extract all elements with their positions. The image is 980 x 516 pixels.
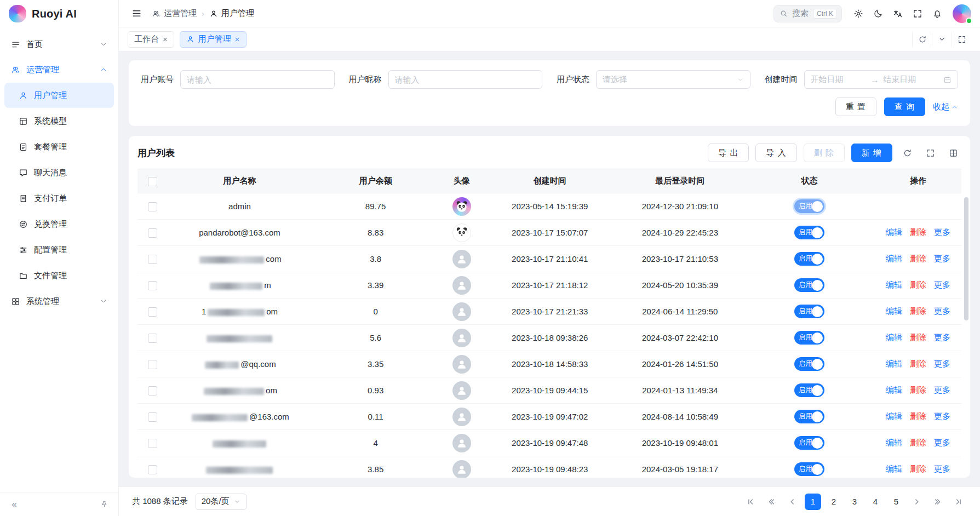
sidebar-item-config[interactable]: 配置管理 <box>4 237 114 262</box>
delete-link[interactable]: 删除 <box>910 306 926 316</box>
edit-link[interactable]: 编辑 <box>886 227 902 237</box>
more-link[interactable]: 更多 <box>934 385 950 394</box>
edit-link[interactable]: 编辑 <box>886 359 902 368</box>
row-checkbox[interactable] <box>148 386 157 395</box>
last-page-button[interactable] <box>950 494 967 510</box>
page-2-button[interactable]: 2 <box>826 494 842 510</box>
moon-icon[interactable] <box>869 5 887 22</box>
refresh-tab-icon[interactable] <box>912 32 932 47</box>
date-range-picker[interactable]: 开始日期 → 结束日期 <box>804 70 959 89</box>
more-link[interactable]: 更多 <box>934 254 950 263</box>
page-5-button[interactable]: 5 <box>888 494 904 510</box>
status-switch[interactable]: 启用 <box>794 252 824 266</box>
breadcrumb-operations[interactable]: 运营管理 <box>152 8 197 19</box>
more-link[interactable]: 更多 <box>934 306 950 316</box>
edit-link[interactable]: 编辑 <box>886 280 902 289</box>
user-avatar[interactable] <box>953 4 971 23</box>
row-checkbox[interactable] <box>148 255 157 264</box>
column-header[interactable]: 操作 <box>875 169 961 193</box>
row-checkbox[interactable] <box>148 307 157 317</box>
logo[interactable]: Ruoyi AI <box>0 0 118 27</box>
delete-link[interactable]: 删除 <box>910 438 926 447</box>
table-scrollbar[interactable] <box>964 197 968 320</box>
column-header[interactable]: 最后登录时间 <box>616 169 744 193</box>
delete-link[interactable]: 删除 <box>910 411 926 421</box>
edit-link[interactable]: 编辑 <box>886 306 902 316</box>
sidebar-item-chat[interactable]: 聊天消息 <box>4 160 114 185</box>
tab-user-management[interactable]: 用户管理 × <box>180 31 247 48</box>
collapse-filter-link[interactable]: 收起 <box>933 102 958 112</box>
sidebar-item-package[interactable]: 套餐管理 <box>4 134 114 159</box>
sidebar-item-operations[interactable]: 运营管理 <box>4 57 114 82</box>
delete-link[interactable]: 删除 <box>910 227 926 237</box>
more-link[interactable]: 更多 <box>934 464 950 473</box>
delete-link[interactable]: 删除 <box>910 385 926 394</box>
column-header[interactable]: 状态 <box>744 169 875 193</box>
export-button[interactable]: 导 出 <box>708 144 749 162</box>
row-checkbox[interactable] <box>148 412 157 422</box>
more-link[interactable]: 更多 <box>934 332 950 342</box>
fullscreen-icon[interactable] <box>909 5 926 22</box>
reset-button[interactable]: 重 置 <box>835 98 876 116</box>
status-switch[interactable]: 启用 <box>794 199 824 213</box>
more-link[interactable]: 更多 <box>934 359 950 368</box>
next-page-button[interactable] <box>909 494 925 510</box>
row-checkbox[interactable] <box>148 202 157 211</box>
first-page-button[interactable] <box>742 494 759 510</box>
more-link[interactable]: 更多 <box>934 411 950 421</box>
column-settings-icon[interactable] <box>945 145 961 161</box>
delete-link[interactable]: 删除 <box>910 280 926 289</box>
row-checkbox[interactable] <box>148 439 157 448</box>
page-4-button[interactable]: 4 <box>867 494 884 510</box>
delete-link[interactable]: 删除 <box>910 254 926 263</box>
status-switch[interactable]: 启用 <box>794 278 824 292</box>
row-checkbox[interactable] <box>148 465 157 474</box>
sidebar-item-model[interactable]: 系统模型 <box>4 108 114 134</box>
collapse-sidebar-button[interactable]: « <box>8 498 21 511</box>
prev-5-pages-button[interactable] <box>763 494 780 510</box>
row-checkbox[interactable] <box>148 334 157 343</box>
status-switch[interactable]: 启用 <box>794 436 824 450</box>
status-switch[interactable]: 启用 <box>794 305 824 318</box>
status-switch[interactable]: 启用 <box>794 410 824 423</box>
row-checkbox[interactable] <box>148 228 157 238</box>
delete-link[interactable]: 删除 <box>910 332 926 342</box>
delete-link[interactable]: 删除 <box>910 359 926 368</box>
edit-link[interactable]: 编辑 <box>886 438 902 447</box>
column-header[interactable]: 头像 <box>440 169 484 193</box>
row-checkbox[interactable] <box>148 281 157 290</box>
nickname-input[interactable] <box>388 70 543 89</box>
next-5-pages-button[interactable] <box>930 494 946 510</box>
column-header[interactable]: 用户名称 <box>168 169 312 193</box>
sidebar-item-home[interactable]: 首页 <box>4 32 114 57</box>
prev-page-button[interactable] <box>784 494 800 510</box>
page-1-button[interactable]: 1 <box>805 494 821 510</box>
sidebar-item-exchange[interactable]: 兑换管理 <box>4 211 114 237</box>
edit-link[interactable]: 编辑 <box>886 411 902 421</box>
expand-table-icon[interactable] <box>922 145 938 161</box>
edit-link[interactable]: 编辑 <box>886 254 902 263</box>
edit-link[interactable]: 编辑 <box>886 385 902 394</box>
column-header[interactable]: 用户余额 <box>311 169 440 193</box>
edit-link[interactable]: 编辑 <box>886 332 902 342</box>
more-link[interactable]: 更多 <box>934 227 950 237</box>
column-header[interactable]: 创建时间 <box>484 169 616 193</box>
more-link[interactable]: 更多 <box>934 438 950 447</box>
status-switch[interactable]: 启用 <box>794 383 824 397</box>
account-input[interactable] <box>180 70 335 89</box>
status-switch[interactable]: 启用 <box>794 357 824 371</box>
delete-button[interactable]: 删 除 <box>804 144 845 162</box>
translate-icon[interactable] <box>889 5 907 22</box>
breadcrumb-user-management[interactable]: 用户管理 <box>209 8 254 19</box>
hamburger-menu-icon[interactable] <box>128 5 145 22</box>
settings-icon[interactable] <box>850 5 867 22</box>
row-checkbox[interactable] <box>148 360 157 369</box>
add-button[interactable]: 新 增 <box>851 144 892 162</box>
import-button[interactable]: 导 入 <box>755 144 796 162</box>
sidebar-item-folder[interactable]: 文件管理 <box>4 263 114 288</box>
status-switch[interactable]: 启用 <box>794 331 824 345</box>
edit-link[interactable]: 编辑 <box>886 464 902 473</box>
pin-icon[interactable] <box>98 498 111 511</box>
page-3-button[interactable]: 3 <box>846 494 863 510</box>
status-switch[interactable]: 启用 <box>794 226 824 239</box>
